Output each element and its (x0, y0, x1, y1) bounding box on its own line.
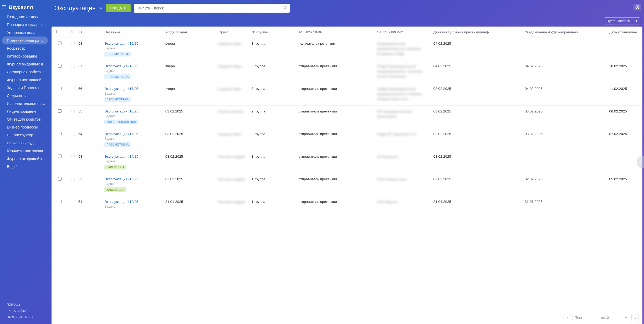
th-id[interactable]: ID (77, 27, 103, 38)
sidebar-item-17[interactable]: Юридические заключения (0, 147, 50, 155)
sidebar-item-16[interactable]: Верховный суд (0, 139, 50, 147)
bb-box2[interactable]: тест2 (598, 314, 621, 321)
drag-handle-icon[interactable]: ⋮⋮ (70, 42, 76, 45)
row-group: 3 группа (250, 60, 297, 83)
row-checkbox[interactable] (58, 132, 62, 135)
task-sub: Задача (104, 69, 162, 73)
sidebar-item-1[interactable]: Проверки государственн... (0, 21, 50, 29)
settings-button[interactable] (633, 4, 641, 11)
th-d2[interactable]: Уведомление АРДД направлено (523, 27, 607, 38)
row-ao: получатель претензии (297, 38, 375, 60)
row-checkbox[interactable] (58, 64, 62, 68)
sidebar-item-19[interactable]: Ещё ˅ (0, 163, 50, 171)
svg-point-11 (634, 317, 634, 318)
th-name[interactable]: Название (103, 27, 164, 38)
row-id: 56 (77, 83, 103, 106)
sidebar-item-0[interactable]: Гражданские дела (0, 13, 50, 21)
th-from[interactable]: ОТ КОГО/КОМУ (375, 27, 432, 38)
drag-handle-icon[interactable]: ⋮⋮ (70, 87, 76, 91)
row-id: 52 (77, 173, 103, 196)
sidebar-item-15[interactable]: BI Конструктор (0, 131, 50, 139)
sidebar-item-18[interactable]: Журнал входящей корре... (0, 155, 50, 163)
task-link[interactable]: Эксплуатация#13/25 (104, 177, 138, 181)
sidebar-item-5[interactable]: Категорирование (0, 52, 50, 60)
status-tag: ЗАВЕРШЕНА (104, 187, 126, 192)
sidebar-item-6[interactable]: Журнал выданных довер... (0, 60, 50, 68)
th-ao[interactable]: АО ВКУСВИЛЛ (297, 27, 375, 38)
drag-handle-icon[interactable]: ⋮⋮ (70, 155, 76, 158)
row-created: вчера (164, 60, 216, 83)
drag-handle-icon[interactable]: ⋮⋮ (70, 132, 76, 136)
table-row: ⋮⋮58Эксплуатация#19/25ЗадачаПРОСМОТРЕНАв… (52, 38, 642, 60)
sidebar-item-2[interactable]: Уголовные дела (0, 29, 50, 37)
row-d2: 02.02.2025 (523, 173, 607, 196)
footer-link-2[interactable]: НАСТРОИТЬ МЕНЮ (7, 314, 43, 320)
select-all-checkbox[interactable] (53, 30, 57, 33)
row-lawyer: Сидоров Иван (218, 42, 248, 47)
template-button[interactable]: Пустой шаблон ▾ (604, 17, 640, 24)
row-from: Индивидуальный предприниматель Кабанов В… (377, 42, 430, 56)
task-link[interactable]: Эксплуатация#17/25 (104, 87, 138, 91)
task-sub: Задача (104, 205, 162, 208)
row-d3: 10.02.2025 (607, 60, 642, 83)
status-tag: ПРОСМОТРЕНА (104, 142, 131, 147)
sidebar-item-8[interactable]: Журнал исходящей корр... (0, 76, 50, 84)
drag-handle-icon[interactable]: ⋮⋮ (70, 64, 76, 68)
row-from: АО Вкусвилл (377, 155, 430, 160)
sidebar-item-13[interactable]: Отчет для юристов (0, 115, 50, 123)
row-checkbox[interactable] (58, 177, 62, 181)
task-link[interactable]: Эксплуатация#18/25 (104, 64, 138, 68)
svg-point-3 (284, 7, 287, 9)
drag-handle-icon[interactable]: ⋮⋮ (70, 177, 76, 181)
create-button[interactable]: СОЗДАТЬ (106, 4, 131, 12)
row-checkbox[interactable] (58, 109, 62, 113)
sidebar-item-3[interactable]: Претензионная работа (2, 37, 48, 44)
th-d1[interactable]: Дата поступления претензии/инф... (432, 27, 523, 38)
sidebar-item-4[interactable]: Росреестр (0, 44, 50, 52)
row-lawyer: Полозов Андрей (218, 177, 248, 182)
drag-handle-icon[interactable]: ⋮⋮ (70, 200, 76, 204)
row-lawyer: Полозов Андрей (218, 155, 248, 160)
bb-next[interactable] (564, 314, 571, 321)
columns-settings-icon[interactable] (70, 30, 73, 34)
th-d3[interactable]: Дата установлен (607, 27, 642, 38)
search-input[interactable] (134, 4, 290, 13)
status-tag: ЖДЁТ ВЫПОЛНЕНИЯ (104, 120, 138, 124)
task-link[interactable]: Эксплуатация#16/25 (104, 109, 138, 113)
favorite-icon[interactable]: ★ (99, 5, 103, 11)
brand-title: Вкусвилл (9, 4, 33, 10)
row-checkbox[interactable] (58, 155, 62, 158)
th-lawyer[interactable]: Юрист (216, 27, 250, 38)
bb-more[interactable]: ⋯ (623, 314, 630, 321)
th-group[interactable]: № группы (250, 27, 297, 38)
task-link[interactable]: Эксплуатация#14/25 (104, 155, 138, 158)
row-group: 2 группа (250, 106, 297, 128)
row-group: 3 группа (250, 151, 297, 173)
svg-point-10 (634, 317, 634, 317)
sidebar-item-9[interactable]: Задачи и Проекты (0, 84, 50, 92)
bb-box1[interactable]: Тест (573, 314, 596, 321)
sidebar-item-12[interactable]: Лицензирование (0, 107, 50, 115)
sidebar-item-14[interactable]: Бизнес-процессы (0, 123, 50, 131)
footer-link-0[interactable]: ПОМОЩЬ (7, 301, 43, 308)
table-row: ⋮⋮57Эксплуатация#18/25ЗадачаПРОСМОТРЕНАв… (52, 60, 642, 83)
search-icon[interactable] (283, 6, 287, 11)
footer-link-1[interactable]: КАРТА САЙТА (7, 308, 43, 314)
row-id: 58 (77, 38, 103, 60)
sidebar-item-7[interactable]: Договорная работа (0, 68, 50, 76)
row-d2: 04.02.2025 (523, 60, 607, 83)
drag-handle-icon[interactable]: ⋮⋮ (70, 110, 76, 113)
task-link[interactable]: Эксплуатация#12/25 (104, 200, 138, 204)
sidebar-item-11[interactable]: Исполнительное произв... (0, 100, 50, 107)
menu-icon[interactable] (2, 4, 7, 10)
th-created[interactable]: Когда создан (164, 27, 216, 38)
bb-list[interactable] (631, 314, 639, 321)
row-checkbox[interactable] (58, 200, 62, 203)
sidebar-item-10[interactable]: Документы (0, 92, 50, 100)
row-checkbox[interactable] (58, 42, 62, 45)
row-checkbox[interactable] (58, 87, 62, 90)
task-link[interactable]: Эксплуатация#15/25 (104, 132, 138, 136)
task-link[interactable]: Эксплуатация#19/25 (104, 42, 138, 45)
task-sub: Задача (104, 114, 162, 118)
row-id: 55 (77, 106, 103, 128)
